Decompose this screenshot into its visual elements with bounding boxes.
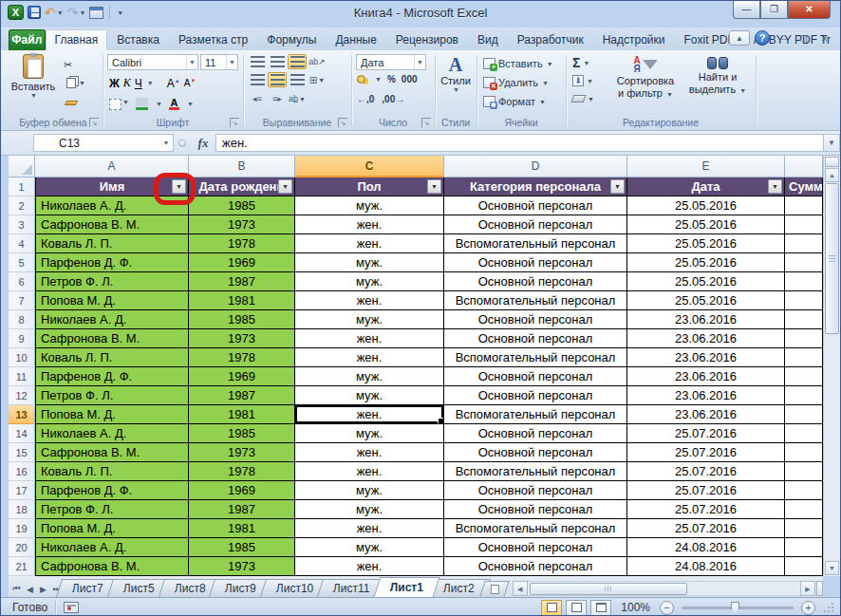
cell-empty[interactable] bbox=[785, 215, 823, 234]
workbook-close-button[interactable]: ✕ bbox=[816, 31, 832, 46]
column-header-B[interactable]: B bbox=[189, 156, 295, 177]
align-middle-button[interactable] bbox=[268, 54, 287, 69]
cell-category[interactable]: Основной персонал bbox=[444, 196, 627, 215]
horizontal-scroll-track[interactable] bbox=[528, 581, 800, 596]
filter-dropdown-icon[interactable]: ▼ bbox=[610, 179, 625, 194]
shrink-font-button[interactable]: A▼ bbox=[184, 78, 196, 88]
cell-category[interactable]: Вспомогательный персонал bbox=[444, 519, 627, 538]
cell-year[interactable]: 1978 bbox=[189, 462, 295, 481]
find-select-button[interactable]: Найти ивыделить ▼ bbox=[684, 54, 751, 115]
dialog-launcher-icon[interactable]: ↘ bbox=[230, 118, 239, 127]
cell-year[interactable]: 1973 bbox=[189, 557, 295, 576]
grow-font-button[interactable]: A▲ bbox=[167, 77, 180, 90]
cell-category[interactable]: Вспомогательный персонал bbox=[444, 234, 627, 253]
increase-indent-button[interactable]: ≡▸ bbox=[268, 91, 287, 106]
cell-empty[interactable] bbox=[785, 557, 823, 576]
resize-grip[interactable] bbox=[823, 602, 834, 613]
row-header[interactable]: 19 bbox=[9, 519, 35, 538]
cell-year[interactable]: 1987 bbox=[189, 500, 295, 519]
row-header[interactable]: 2 bbox=[9, 196, 35, 215]
scroll-left-button[interactable]: ◀ bbox=[513, 581, 528, 596]
cell-name[interactable]: Парфенов Д. Ф. bbox=[35, 481, 189, 500]
italic-button[interactable]: К bbox=[123, 76, 131, 90]
cell-gender[interactable]: муж. bbox=[295, 196, 444, 215]
table-header-cell[interactable]: Дата▼ bbox=[627, 177, 785, 196]
cell-name[interactable]: Попова М. Д. bbox=[35, 519, 189, 538]
decrease-decimal-button[interactable]: ,00→ bbox=[382, 94, 404, 104]
cell-category[interactable]: Основной персонал bbox=[444, 215, 627, 234]
autosum-button[interactable]: Σ▼ bbox=[572, 55, 594, 70]
cell-gender[interactable]: жен. bbox=[295, 348, 444, 367]
insert-function-button[interactable]: fx bbox=[191, 136, 215, 151]
sheet-tab-Лист1[interactable]: Лист1 bbox=[374, 577, 440, 597]
row-header[interactable]: 16 bbox=[9, 462, 35, 481]
horizontal-scrollbar[interactable]: ◀ ▶ bbox=[513, 580, 823, 596]
cell-date[interactable]: 23.06.2016 bbox=[627, 329, 785, 348]
cell-empty[interactable] bbox=[785, 253, 823, 272]
cell-year[interactable]: 1978 bbox=[189, 234, 295, 253]
cut-button[interactable]: ✂ bbox=[64, 57, 85, 72]
tab-file[interactable]: Файл bbox=[9, 29, 46, 50]
formula-input[interactable]: жен. bbox=[215, 134, 823, 152]
cell-year[interactable]: 1973 bbox=[189, 443, 295, 462]
zoom-in-button[interactable]: + bbox=[801, 601, 815, 615]
cell-empty[interactable] bbox=[785, 234, 823, 253]
cell-year[interactable]: 1985 bbox=[189, 538, 295, 557]
cell-category[interactable]: Основной персонал bbox=[444, 481, 627, 500]
cell-year[interactable]: 1981 bbox=[189, 405, 295, 424]
dialog-launcher-icon[interactable]: ↘ bbox=[89, 118, 99, 127]
cell-date[interactable]: 23.06.2016 bbox=[627, 310, 785, 329]
cell-gender[interactable]: муж. bbox=[295, 481, 444, 500]
cell-year[interactable]: 1987 bbox=[189, 272, 295, 291]
cell-empty[interactable] bbox=[785, 519, 823, 538]
cell-date[interactable]: 24.08.2016 bbox=[627, 538, 785, 557]
scroll-right-button[interactable]: ▶ bbox=[800, 581, 815, 596]
cell-gender[interactable]: жен. bbox=[295, 234, 444, 253]
restore-button[interactable]: ❐ bbox=[760, 1, 788, 19]
filter-dropdown-icon[interactable]: ▼ bbox=[768, 179, 782, 194]
tab-Рецензиров[interactable]: Рецензиров bbox=[386, 29, 468, 50]
cell-gender[interactable]: муж. bbox=[295, 424, 444, 443]
cell-year[interactable]: 1978 bbox=[189, 348, 295, 367]
tab-Вид[interactable]: Вид bbox=[468, 29, 508, 50]
cell-category[interactable]: Основной персонал bbox=[444, 253, 627, 272]
vertical-scroll-thumb[interactable] bbox=[825, 183, 839, 334]
workbook-restore-button[interactable]: ❐ bbox=[795, 31, 812, 46]
row-header[interactable]: 9 bbox=[9, 329, 35, 348]
cell-date[interactable]: 25.07.2016 bbox=[627, 462, 785, 481]
cell-name[interactable]: Николаев А. Д. bbox=[35, 538, 189, 557]
scroll-up-button[interactable]: ▲ bbox=[825, 168, 839, 182]
cell-year[interactable]: 1987 bbox=[189, 386, 295, 405]
number-format-select[interactable]: Дата▼ bbox=[356, 54, 426, 70]
row-header[interactable]: 21 bbox=[9, 557, 35, 576]
cell-date[interactable]: 25.07.2016 bbox=[627, 481, 785, 500]
tab-Формулы[interactable]: Формулы bbox=[257, 29, 326, 50]
wrap-text-button[interactable]: ab̲▼ bbox=[288, 91, 307, 106]
cell-category[interactable]: Основной персонал bbox=[444, 500, 627, 519]
row-header[interactable]: 10 bbox=[9, 348, 35, 367]
cell-date[interactable]: 23.06.2016 bbox=[627, 348, 785, 367]
cell-category[interactable]: Основной персонал bbox=[444, 424, 627, 443]
cell-gender[interactable]: муж. bbox=[295, 272, 444, 291]
cell-date[interactable]: 25.05.2016 bbox=[627, 272, 785, 291]
cell-date[interactable]: 25.05.2016 bbox=[627, 215, 785, 234]
cell-date[interactable]: 25.07.2016 bbox=[627, 424, 785, 443]
cell-empty[interactable] bbox=[785, 272, 823, 291]
page-layout-view-button[interactable] bbox=[566, 600, 587, 616]
cell-year[interactable]: 1981 bbox=[189, 519, 295, 538]
cell-empty[interactable] bbox=[785, 481, 823, 500]
row-header[interactable]: 13 bbox=[9, 405, 35, 424]
paste-button[interactable]: Вставить ▼ bbox=[12, 54, 54, 115]
cell-empty[interactable] bbox=[785, 386, 823, 405]
table-header-cell[interactable]: Категория персонала▼ bbox=[444, 177, 627, 196]
increase-decimal-button[interactable]: ←,0 bbox=[357, 94, 374, 104]
cell-name[interactable]: Сафронова В. М. bbox=[35, 215, 189, 234]
cell-gender[interactable]: жен. bbox=[295, 557, 444, 576]
cell-date[interactable]: 23.06.2016 bbox=[627, 386, 785, 405]
prev-sheet-button[interactable]: ◀ bbox=[24, 585, 36, 594]
cell-year[interactable]: 1973 bbox=[189, 329, 295, 348]
cell-gender[interactable]: муж. bbox=[295, 310, 444, 329]
row-header[interactable]: 17 bbox=[9, 481, 35, 500]
cell-empty[interactable] bbox=[785, 405, 823, 424]
cell-empty[interactable] bbox=[785, 196, 823, 215]
